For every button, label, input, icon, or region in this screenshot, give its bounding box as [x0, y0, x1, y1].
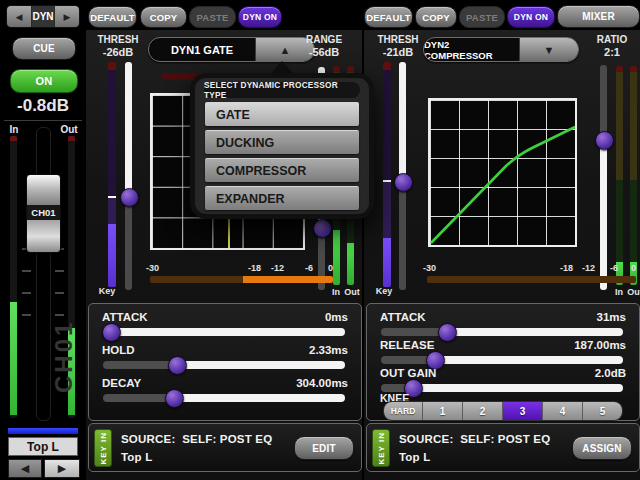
fader-cap-label: CH01	[27, 205, 60, 220]
dyn2-attack-slider[interactable]	[381, 328, 623, 336]
cue-button[interactable]: CUE	[12, 37, 76, 60]
knee-option-5[interactable]: 5	[583, 402, 622, 420]
dynamics-screen: ◀ DYN ▶ DEFAULT COPY PASTE DYN ON DEFAUL…	[0, 0, 640, 480]
knee-segmented-control: HARD 1 2 3 4 5	[383, 401, 623, 421]
processor-type-popup: SELECT DYNAMIC PROCESSOR TYPE GATE DUCKI…	[190, 73, 374, 219]
prev-channel-button[interactable]: ◀	[8, 459, 42, 478]
prev-icon: ◀	[16, 12, 23, 22]
fader-tick	[55, 292, 64, 294]
dyn1-decay-value: 304.00ms	[296, 377, 348, 389]
meter-fill	[10, 302, 17, 415]
popup-option-ducking[interactable]: DUCKING	[205, 130, 359, 154]
dyn1-decay-label: DECAY	[102, 377, 141, 389]
fader-tick	[55, 270, 64, 272]
dyn1-hold-label: HOLD	[102, 344, 135, 356]
next-channel-button[interactable]: ▶	[44, 459, 80, 478]
dyn2-selector-arrow-button[interactable]: ▼	[519, 38, 578, 61]
dyn1-attack-value: 0ms	[325, 311, 348, 323]
dyn2-thresh-slider[interactable]	[399, 62, 406, 290]
dyn1-scale-18: -18	[248, 263, 261, 273]
dyn2-release-value: 187.00ms	[574, 339, 626, 351]
dyn2-ratio-slider[interactable]	[600, 65, 607, 290]
dyn1-hold-knob[interactable]	[168, 356, 187, 375]
popup-option-gate[interactable]: GATE	[205, 102, 359, 126]
dyn2-release-label: RELEASE	[380, 339, 434, 351]
mixer-button[interactable]: MIXER	[557, 5, 640, 28]
dyn1-key-meter	[108, 62, 116, 287]
popup-option-compressor[interactable]: COMPRESSOR	[205, 158, 359, 182]
dyn1-thresh-slider[interactable]	[125, 62, 132, 290]
dyn2-keyin-assign-button[interactable]: ASSIGN	[572, 436, 632, 460]
dyn2-keyin-source: SOURCE: SELF: POST EQ	[399, 433, 550, 445]
dyn1-keyin-tag: KEY IN	[99, 432, 108, 465]
dyn2-graph	[428, 98, 577, 247]
dyn1-type-selector[interactable]: DYN1 GATE ▲	[148, 37, 315, 62]
meter-fill	[383, 238, 391, 287]
meter-fill	[108, 224, 116, 287]
dyn2-scale-30: -30	[423, 263, 436, 273]
fader-cap[interactable]: CH01	[26, 174, 61, 253]
dyn2-thresh-value: -21dB	[383, 46, 414, 58]
dyn1-copy-button[interactable]: COPY	[140, 6, 187, 28]
dyn1-keyin-box: KEY IN SOURCE: SELF: POST EQ Top L EDIT	[88, 423, 362, 472]
dyn2-copy-button[interactable]: COPY	[415, 6, 457, 28]
dyn2-scale-0: 0	[631, 263, 636, 273]
dyn2-thresh-knob[interactable]	[394, 173, 413, 192]
dyn2-paste-button[interactable]: PASTE	[459, 6, 505, 28]
dyn2-scale-18: -18	[560, 263, 573, 273]
channel-in-meter	[10, 136, 17, 418]
dyn2-key-label: Key	[369, 286, 399, 296]
dyn1-range-label: RANGE-56dB	[298, 34, 350, 59]
sidebar-out-label: Out	[56, 124, 82, 135]
dyn1-decay-knob[interactable]	[165, 389, 184, 408]
dyn1-scale-6: -6	[305, 263, 313, 273]
dyn1-scale-30: -30	[146, 263, 159, 273]
dyn1-hold-slider[interactable]	[103, 361, 345, 369]
dyn2-release-slider[interactable]	[381, 356, 623, 364]
dyn2-type-selector[interactable]: DYN2 COMPRESSOR ▼	[423, 37, 579, 62]
popup-option-expander[interactable]: EXPANDER	[205, 186, 359, 210]
dyn2-default-button[interactable]: DEFAULT	[364, 6, 413, 28]
fader-track[interactable]	[36, 127, 51, 421]
fader-tick	[22, 292, 31, 294]
prev-processor-button[interactable]: ◀	[7, 6, 32, 27]
dyn1-keyin-edit-button[interactable]: EDIT	[294, 436, 354, 460]
thresh-text: THRESH	[377, 34, 418, 45]
popup-title: SELECT DYNAMIC PROCESSOR TYPE	[204, 82, 360, 98]
dyn2-in-meter	[616, 66, 623, 285]
next-processor-button[interactable]: ▶	[54, 6, 79, 27]
dyn2-attack-label: ATTACK	[380, 311, 426, 323]
dyn2-keyin-channel: Top L	[399, 451, 430, 463]
dyn1-decay-slider[interactable]	[103, 394, 345, 402]
knee-option-2[interactable]: 2	[463, 402, 503, 420]
channel-watermark: CH01	[50, 295, 72, 417]
dyn2-key-meter	[383, 62, 391, 287]
dyn1-out-label: Out	[341, 287, 363, 297]
dyn1-attack-slider[interactable]	[103, 328, 345, 336]
dyn1-paste-button[interactable]: PASTE	[189, 6, 236, 28]
nav-title: DYN	[32, 6, 54, 27]
knee-option-1[interactable]: 1	[423, 402, 463, 420]
dyn2-outgain-slider[interactable]	[381, 384, 623, 392]
knee-option-3[interactable]: 3	[503, 402, 543, 420]
source-value: SELF: POST EQ	[460, 433, 550, 445]
dyn1-thresh-knob[interactable]	[120, 188, 139, 207]
knee-option-4[interactable]: 4	[543, 402, 583, 420]
clip-indicator	[10, 136, 17, 141]
dyn1-attack-knob[interactable]	[102, 323, 121, 342]
knee-option-hard[interactable]: HARD	[384, 402, 423, 420]
dyn1-scale-12: -12	[271, 263, 284, 273]
dyn2-attack-knob[interactable]	[438, 323, 457, 342]
dyn1-key-label: Key	[92, 286, 122, 296]
fader-tick	[22, 314, 31, 316]
dyn1-keyin-channel: Top L	[121, 451, 152, 463]
chevron-up-icon: ▲	[280, 44, 291, 56]
dyn2-attack-value: 31ms	[597, 311, 626, 323]
channel-on-button[interactable]: ON	[10, 69, 78, 93]
dyn1-default-button[interactable]: DEFAULT	[88, 6, 137, 28]
dyn2-on-button[interactable]: DYN ON	[507, 6, 555, 28]
dyn2-ratio-knob[interactable]	[595, 131, 614, 150]
dyn1-range-value: -56dB	[309, 46, 340, 58]
dyn1-range-knob[interactable]	[313, 219, 332, 238]
dyn1-on-button[interactable]: DYN ON	[238, 6, 282, 28]
